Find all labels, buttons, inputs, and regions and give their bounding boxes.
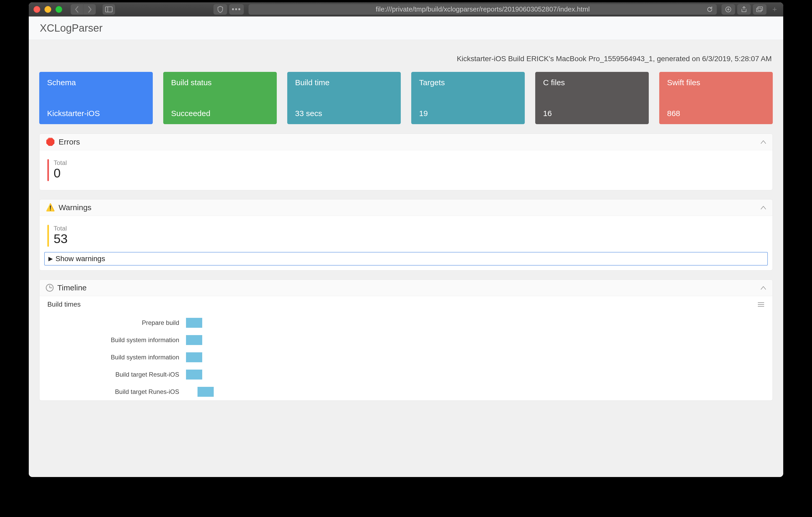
svg-rect-4 <box>757 8 761 12</box>
clock-icon <box>46 284 54 292</box>
summary-card: Targets19 <box>411 72 525 124</box>
card-label: Targets <box>419 78 517 87</box>
sidebar-toggle-button[interactable] <box>103 4 115 14</box>
timeline-title: Timeline <box>57 283 87 292</box>
chart-category-label: Prepare build <box>47 319 186 327</box>
url-text: file:///private/tmp/build/xclogparser/re… <box>376 5 590 13</box>
card-value: Kickstarter-iOS <box>47 109 145 118</box>
chart-track <box>186 335 765 345</box>
card-value: 16 <box>543 109 641 118</box>
show-warnings-toggle[interactable]: ▶ Show warnings <box>44 252 768 266</box>
chart-menu-icon[interactable] <box>757 302 765 307</box>
chart-category-label: Build target Runes-iOS <box>47 388 186 395</box>
browser-titlebar: ••• file:///private/tmp/build/xclogparse… <box>29 2 783 17</box>
timeline-panel: Timeline Build times Prepare buildBuild … <box>39 279 773 401</box>
summary-card: Build time33 secs <box>287 72 401 124</box>
site-settings-button[interactable]: ••• <box>229 4 244 14</box>
chart-bar <box>198 387 214 397</box>
downloads-button[interactable] <box>722 4 735 14</box>
warnings-total-label: Total <box>54 225 67 232</box>
summary-card: Swift files868 <box>659 72 773 124</box>
summary-card: Build statusSucceeded <box>163 72 277 124</box>
chart-category-label: Build target Result-iOS <box>47 371 186 378</box>
chart-title: Build times <box>47 300 81 308</box>
warnings-title: Warnings <box>59 203 92 212</box>
summary-cards: SchemaKickstarter-iOSBuild statusSucceed… <box>39 72 773 124</box>
warnings-panel: ⚠️ Warnings Total 53 <box>39 199 773 271</box>
errors-total: 0 <box>54 166 67 180</box>
card-label: Build status <box>171 78 269 87</box>
tabs-button[interactable] <box>753 4 766 14</box>
reload-icon[interactable] <box>706 6 713 13</box>
warning-icon: ⚠️ <box>46 204 55 211</box>
card-label: Schema <box>47 78 145 87</box>
summary-card: C files16 <box>535 72 649 124</box>
chart-bar <box>186 318 202 328</box>
card-label: Swift files <box>667 78 765 87</box>
build-subtitle: Kickstarter-iOS Build ERICK's MacBook Pr… <box>40 55 772 63</box>
card-value: 868 <box>667 109 765 118</box>
chart-track <box>186 318 765 328</box>
errors-panel: 🛑 Errors Total 0 <box>39 133 773 190</box>
chart-row: Build target Runes-iOS <box>47 383 765 400</box>
chart-bar <box>186 335 202 345</box>
errors-total-label: Total <box>54 159 67 166</box>
chart-row: Build system information <box>47 331 765 349</box>
forward-button[interactable] <box>83 4 96 14</box>
window-controls <box>33 6 62 13</box>
chart-row: Build target Result-iOS <box>47 366 765 383</box>
summary-card: SchemaKickstarter-iOS <box>39 72 153 124</box>
card-value: 33 secs <box>295 109 393 118</box>
errors-title: Errors <box>59 138 80 146</box>
app-navbar: XCLogParser <box>29 17 783 40</box>
back-button[interactable] <box>70 4 83 14</box>
collapse-icon[interactable] <box>760 140 766 144</box>
browser-window: ••• file:///private/tmp/build/xclogparse… <box>29 2 783 477</box>
show-warnings-label: Show warnings <box>55 254 105 263</box>
brand: XCLogParser <box>40 22 103 34</box>
chart-bar <box>186 352 202 362</box>
card-value: 19 <box>419 109 517 118</box>
chart-category-label: Build system information <box>47 354 186 361</box>
nav-back-forward <box>70 4 96 14</box>
warnings-accent-bar <box>47 225 49 247</box>
page-content: XCLogParser Kickstarter-iOS Build ERICK'… <box>29 17 783 477</box>
errors-accent-bar <box>47 159 49 181</box>
zoom-window-button[interactable] <box>55 6 62 13</box>
stop-icon: 🛑 <box>46 138 55 146</box>
chart-track <box>186 370 765 379</box>
card-label: Build time <box>295 78 393 87</box>
chart-row: Prepare build <box>47 314 765 331</box>
chart-category-label: Build system information <box>47 336 186 344</box>
privacy-segment: ••• <box>213 4 244 14</box>
card-label: C files <box>543 78 641 87</box>
warnings-total: 53 <box>54 232 67 246</box>
card-value: Succeeded <box>171 109 269 118</box>
disclosure-triangle-icon: ▶ <box>49 255 53 262</box>
close-window-button[interactable] <box>33 6 40 13</box>
chart-track <box>186 352 765 362</box>
chart-row: Build system information <box>47 349 765 366</box>
minimize-window-button[interactable] <box>45 6 51 13</box>
collapse-icon[interactable] <box>760 286 766 290</box>
collapse-icon[interactable] <box>760 206 766 210</box>
share-button[interactable] <box>737 4 751 14</box>
chart-track <box>186 387 765 397</box>
svg-rect-3 <box>758 7 762 10</box>
address-bar[interactable]: file:///private/tmp/build/xclogparser/re… <box>249 4 717 14</box>
privacy-report-button[interactable] <box>213 4 227 14</box>
build-times-chart: Prepare buildBuild system informationBui… <box>47 314 765 400</box>
chart-bar <box>186 370 202 379</box>
svg-rect-0 <box>106 7 112 12</box>
new-tab-button[interactable]: + <box>771 5 779 14</box>
